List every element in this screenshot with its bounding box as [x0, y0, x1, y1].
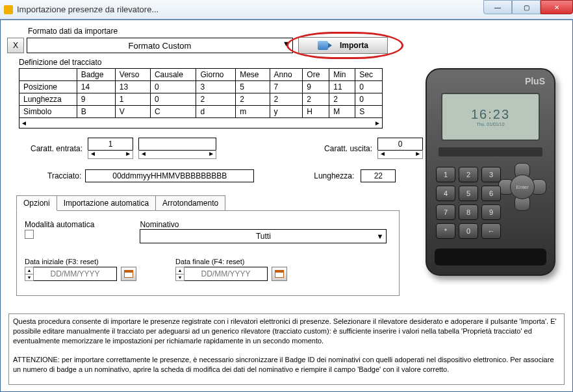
format-label: Formato dati da importare — [28, 27, 566, 36]
table-cell[interactable]: 11 — [329, 81, 355, 93]
device-nav: Enter — [498, 163, 546, 211]
table-cell[interactable]: M — [329, 106, 355, 118]
table-cell[interactable]: 1 — [115, 93, 150, 106]
data-finale-input[interactable]: DD/MM/YYYY — [185, 267, 268, 281]
table-cell[interactable]: H — [303, 106, 329, 118]
tab-opzioni[interactable]: Opzioni — [16, 195, 57, 211]
minimize-button[interactable]: — — [483, 0, 512, 14]
device-key: 1 — [436, 167, 455, 182]
data-iniziale-input[interactable]: DD/MM/YYYY — [34, 267, 117, 281]
table-cell[interactable]: 0 — [150, 81, 196, 93]
table-cell[interactable]: B — [77, 106, 115, 118]
import-button[interactable]: Importa — [298, 37, 388, 54]
info-textarea[interactable]: Questa procedura consente di importare l… — [8, 313, 565, 385]
data-finale-spinner[interactable]: ▲▼ — [175, 267, 185, 281]
caratt-uscita-scrollbar[interactable]: ◄► — [377, 150, 423, 159]
window-title: Importazione presenze da rilevatore... — [17, 5, 159, 14]
device-card-slot — [435, 249, 546, 265]
scroll-right-icon[interactable]: ► — [374, 119, 381, 127]
caratt-uscita-label: Caratt. uscita: — [324, 144, 372, 153]
caratt-entrata-aux[interactable] — [138, 138, 216, 151]
maximize-button[interactable]: ▢ — [512, 0, 541, 14]
device-date: Thu. 01/01/10 — [476, 122, 504, 127]
table-cell[interactable]: V — [115, 106, 150, 118]
table-header: Mese — [236, 69, 270, 81]
clear-format-button[interactable]: X — [7, 38, 24, 53]
data-iniziale-spinner[interactable]: ▲▼ — [25, 267, 34, 281]
table-row-label: Lunghezza — [19, 93, 77, 106]
device-keypad: 123456789*0← — [436, 167, 501, 239]
table-cell[interactable]: 9 — [303, 81, 329, 93]
data-iniziale-calendar-button[interactable] — [121, 267, 136, 281]
device-key: 3 — [481, 167, 501, 182]
table-cell[interactable]: y — [270, 106, 303, 118]
table-cell[interactable]: 0 — [150, 93, 196, 106]
data-finale-calendar-button[interactable] — [272, 267, 287, 281]
caratt-entrata-aux-scrollbar[interactable]: ◄► — [138, 150, 216, 159]
client-area: Formato dati da importare X Formato Cust… — [0, 19, 573, 392]
tab-arrotondamento[interactable]: Arrotondamento — [155, 195, 225, 211]
tracciato-table[interactable]: BadgeVersoCausaleGiornoMeseAnnoOreMinSec… — [19, 68, 383, 118]
title-bar: Importazione presenze da rilevatore... —… — [0, 0, 573, 19]
table-cell[interactable]: 3 — [196, 81, 236, 93]
table-cell[interactable]: 2 — [196, 93, 236, 106]
table-cell[interactable]: S — [355, 106, 383, 118]
modalita-automatica-checkbox[interactable] — [25, 230, 34, 239]
nominativo-select[interactable]: Tutti ▼ — [140, 229, 387, 243]
chevron-down-icon: ▼ — [283, 40, 290, 47]
chevron-down-icon: ▼ — [377, 232, 384, 240]
table-cell[interactable]: 2 — [303, 93, 329, 106]
table-header: Sec — [355, 69, 383, 81]
device-key: ← — [481, 223, 501, 239]
table-header: Anno — [270, 69, 303, 81]
device-illustration: PluS 16:23 Thu. 01/01/10 Enter 123456789… — [426, 68, 555, 276]
caratt-entrata-input[interactable]: 1 — [88, 138, 133, 151]
device-brand: PluS — [525, 76, 545, 86]
modalita-automatica-label: Modalità automatica — [25, 220, 94, 229]
nominativo-label: Nominativo — [140, 220, 387, 229]
calendar-icon — [124, 270, 133, 278]
device-bar — [439, 147, 542, 156]
info-paragraph-2: ATTENZIONE: per importare correttamente … — [13, 355, 560, 374]
table-cell[interactable]: 13 — [115, 81, 150, 93]
device-key: 2 — [459, 167, 478, 182]
table-cell[interactable]: 5 — [236, 81, 270, 93]
table-header: Badge — [77, 69, 115, 81]
device-key: * — [436, 223, 455, 239]
scroll-left-icon[interactable]: ◄ — [21, 119, 27, 127]
table-row-label: Posizione — [19, 81, 77, 93]
table-cell[interactable]: m — [236, 106, 270, 118]
device-time: 16:23 — [471, 107, 510, 122]
format-combo-value: Formato Custom — [129, 41, 192, 51]
table-cell[interactable]: 14 — [77, 81, 115, 93]
device-key: 7 — [436, 204, 455, 220]
table-horizontal-scrollbar[interactable]: ◄ ► — [19, 118, 383, 129]
table-header — [19, 69, 77, 81]
device-key: 0 — [459, 223, 478, 239]
enter-button: Enter — [510, 175, 535, 199]
table-cell[interactable]: 0 — [355, 93, 383, 106]
table-cell[interactable]: C — [150, 106, 196, 118]
table-cell[interactable]: 0 — [355, 81, 383, 93]
caratt-uscita-input[interactable]: 0 — [377, 138, 423, 151]
table-cell[interactable]: d — [196, 106, 236, 118]
table-cell[interactable]: 2 — [236, 93, 270, 106]
table-cell[interactable]: 7 — [270, 81, 303, 93]
tracciato-value: 00ddmmyyHHMMVBBBBBBBBB — [85, 169, 254, 182]
tracciato-section-label: Definizione del tracciato — [19, 58, 566, 67]
table-cell[interactable]: 9 — [77, 93, 115, 106]
import-icon — [318, 41, 328, 50]
device-screen: 16:23 Thu. 01/01/10 — [441, 93, 540, 141]
tracciato-label: Tracciato: — [47, 171, 81, 180]
format-combo[interactable]: Formato Custom ▼ — [27, 38, 293, 53]
table-header: Ore — [303, 69, 329, 81]
info-paragraph-1: Questa procedura consente di importare l… — [13, 317, 560, 346]
calendar-icon — [275, 270, 284, 278]
data-iniziale-label: Data iniziale (F3: reset) — [25, 258, 136, 265]
table-cell[interactable]: 2 — [270, 93, 303, 106]
tab-importazione-automatica[interactable]: Importazione automatica — [57, 195, 156, 211]
data-finale-label: Data finale (F4: reset) — [175, 258, 287, 265]
table-cell[interactable]: 2 — [329, 93, 355, 106]
close-button[interactable]: ✕ — [541, 0, 573, 14]
caratt-entrata-scrollbar[interactable]: ◄► — [88, 150, 133, 159]
